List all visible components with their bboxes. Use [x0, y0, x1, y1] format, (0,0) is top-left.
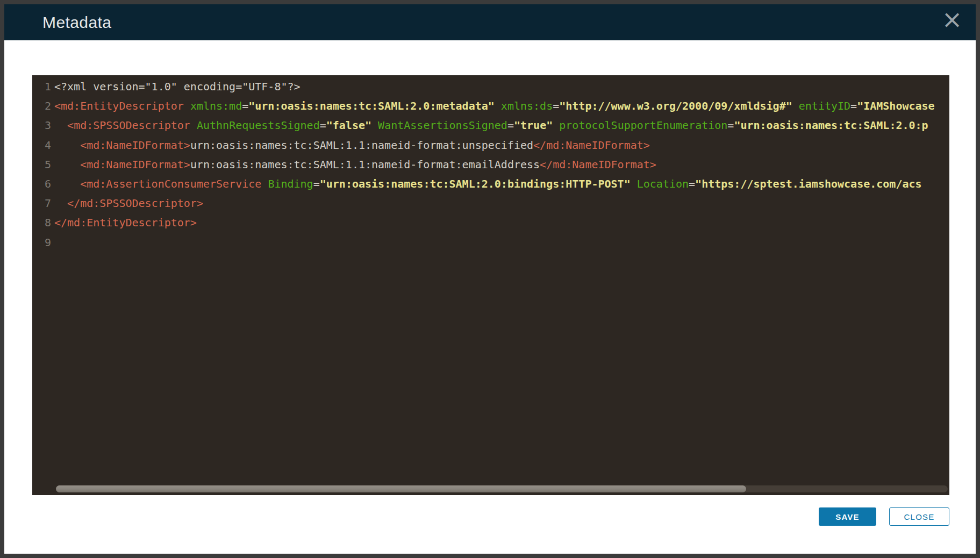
horizontal-scrollbar[interactable]: [56, 485, 948, 492]
modal-title: Metadata: [42, 13, 111, 32]
line-number: 4: [32, 135, 51, 155]
code-line: 6 <md:AssertionConsumerService Binding="…: [32, 174, 949, 194]
code-line: 3 <md:SPSSODescriptor AuthnRequestsSigne…: [32, 116, 949, 135]
code-line: 4 <md:NameIDFormat>urn:oasis:names:tc:SA…: [32, 135, 949, 155]
code-lines: 1<?xml version="1.0" encoding="UTF-8"?>2…: [32, 75, 949, 252]
code-text: </md:EntityDescriptor>: [54, 213, 197, 232]
modal-footer: SAVE CLOSE: [4, 507, 949, 526]
code-text: <md:EntityDescriptor xmlns:md="urn:oasis…: [54, 96, 935, 116]
code-line: 5 <md:NameIDFormat>urn:oasis:names:tc:SA…: [32, 155, 949, 174]
modal-header: Metadata ×: [4, 4, 976, 40]
line-number: 5: [32, 155, 51, 174]
code-line: 1<?xml version="1.0" encoding="UTF-8"?>: [32, 77, 949, 96]
line-number: 8: [32, 213, 51, 232]
line-number: 7: [32, 194, 51, 213]
code-text: <md:NameIDFormat>urn:oasis:names:tc:SAML…: [54, 135, 650, 155]
metadata-code-editor[interactable]: 1<?xml version="1.0" encoding="UTF-8"?>2…: [32, 75, 949, 495]
code-text: <md:NameIDFormat>urn:oasis:names:tc:SAML…: [54, 155, 656, 174]
metadata-modal: Metadata × 1<?xml version="1.0" encoding…: [4, 4, 976, 554]
code-text: </md:SPSSODescriptor>: [54, 194, 203, 213]
line-number: 3: [32, 116, 51, 135]
code-text: <?xml version="1.0" encoding="UTF-8"?>: [54, 77, 301, 96]
save-button[interactable]: SAVE: [819, 507, 876, 526]
screen: Metadata × 1<?xml version="1.0" encoding…: [0, 0, 980, 558]
line-number: 9: [32, 233, 51, 252]
line-number: 6: [32, 174, 51, 194]
code-text: <md:AssertionConsumerService Binding="ur…: [54, 174, 922, 194]
code-text: <md:SPSSODescriptor AuthnRequestsSigned=…: [54, 116, 928, 135]
line-number: 1: [32, 77, 51, 96]
scrollbar-thumb[interactable]: [56, 485, 746, 492]
code-line: 9: [32, 233, 949, 252]
code-line: 2<md:EntityDescriptor xmlns:md="urn:oasi…: [32, 96, 949, 116]
line-number: 2: [32, 96, 51, 116]
code-line: 8</md:EntityDescriptor>: [32, 213, 949, 232]
code-line: 7 </md:SPSSODescriptor>: [32, 194, 949, 213]
close-icon[interactable]: ×: [939, 5, 965, 33]
close-button[interactable]: CLOSE: [889, 507, 949, 526]
